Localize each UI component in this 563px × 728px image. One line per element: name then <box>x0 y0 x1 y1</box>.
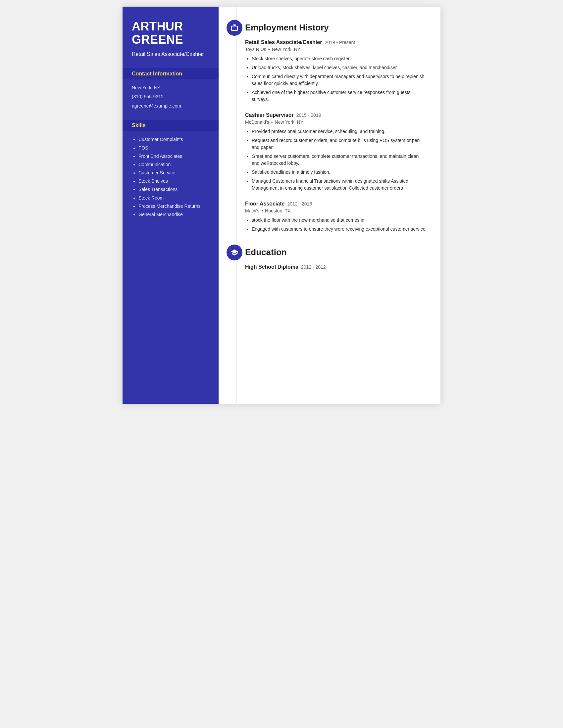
job-bullet: Communicated directly with department ma… <box>252 73 427 87</box>
contact-location: New York, NY <box>132 85 209 91</box>
education-icon <box>226 245 242 260</box>
job-dates: 2015 - 2019 <box>297 113 321 118</box>
skill-item: General Merchandise <box>138 211 209 217</box>
skill-item: Front End Associates <box>138 153 209 159</box>
edu-degree: High School Diploma <box>245 264 299 270</box>
job-title: Floor Associate <box>245 201 285 206</box>
candidate-title: Retail Sales Associate/Cashier <box>132 51 209 58</box>
main-content: Employment History Retail Sales Associat… <box>218 7 441 404</box>
edu-dates: 2012 - 2012 <box>301 264 326 270</box>
job-entry: Retail Sales Associate/Cashier2019 - Pre… <box>245 39 427 103</box>
skill-item: Stock Room <box>138 195 209 201</box>
job-title: Cashier Supervisor <box>245 112 294 118</box>
job-header: Cashier Supervisor2015 - 2019 <box>245 112 427 118</box>
job-title: Retail Sales Associate/Cashier <box>245 39 322 45</box>
job-bullet: Stock store shelves, operate store cash … <box>252 55 427 62</box>
job-bullets: Provided professional customer service, … <box>245 128 427 192</box>
contact-section-header: Contact Information <box>122 68 218 79</box>
job-header: Floor Associate2012 - 2015 <box>245 201 427 207</box>
job-bullet: Achieved one of the highest positive cus… <box>252 89 427 103</box>
job-bullet: Greet and server customers, complete cus… <box>252 153 427 167</box>
skills-section-header: Skills <box>122 120 218 131</box>
job-bullet: Engaged with customers to ensure they we… <box>252 226 427 233</box>
sidebar: ARTHUR GREENE Retail Sales Associate/Cas… <box>122 7 218 404</box>
job-bullet: Unload trucks, stock shelves, label shel… <box>252 64 427 71</box>
skills-list: Customer ComplaintsPOSFront End Associat… <box>132 136 209 217</box>
education-section-title: Education <box>245 245 427 257</box>
job-company: Macy's•Houston, TX <box>245 208 427 213</box>
skill-item: POS <box>138 145 209 151</box>
job-bullets: stock the floor with the new merchandise… <box>245 217 427 233</box>
job-header: Retail Sales Associate/Cashier2019 - Pre… <box>245 39 427 45</box>
education-section: Education High School Diploma2012 - 2012 <box>218 245 427 270</box>
jobs-container: Retail Sales Associate/Cashier2019 - Pre… <box>245 39 427 233</box>
contact-phone: (310) 555-9312 <box>132 94 209 100</box>
employment-section-title: Employment History <box>245 20 427 33</box>
job-company: McDonald's•New York, NY <box>245 119 427 125</box>
job-bullet: Satisfied deadlines in a timely fashion. <box>252 169 427 176</box>
job-bullet: Managed Customers financial Transactions… <box>252 178 427 192</box>
candidate-name: ARTHUR GREENE <box>132 20 209 46</box>
skill-item: Process Merchandise Returns <box>138 203 209 209</box>
job-bullet: Provided professional customer service, … <box>252 128 427 135</box>
skills-section: Customer ComplaintsPOSFront End Associat… <box>132 136 209 217</box>
skill-item: Communication <box>138 161 209 167</box>
contact-email: agreene@example.com <box>132 103 209 110</box>
edu-container: High School Diploma2012 - 2012 <box>245 264 427 270</box>
briefcase-icon <box>230 24 238 32</box>
edu-entry: High School Diploma2012 - 2012 <box>245 264 427 270</box>
skill-item: Sales Transactions <box>138 186 209 192</box>
job-bullet: stock the floor with the new merchandise… <box>252 217 427 224</box>
job-company: Toys R Us•New York, NY <box>245 47 427 52</box>
skill-item: Customer Complaints <box>138 136 209 142</box>
job-bullet: Request and record customer orders, and … <box>252 137 427 151</box>
resume-document: ARTHUR GREENE Retail Sales Associate/Cas… <box>122 7 441 404</box>
employment-section: Employment History Retail Sales Associat… <box>218 20 427 233</box>
job-bullets: Stock store shelves, operate store cash … <box>245 55 427 103</box>
job-dates: 2012 - 2015 <box>287 201 312 206</box>
employment-icon <box>226 20 242 36</box>
graduation-icon <box>230 249 238 256</box>
contact-info: New York, NY (310) 555-9312 agreene@exam… <box>132 85 209 110</box>
job-entry: Cashier Supervisor2015 - 2019McDonald's•… <box>245 112 427 192</box>
skill-item: Customer Service <box>138 170 209 176</box>
job-entry: Floor Associate2012 - 2015Macy's•Houston… <box>245 201 427 233</box>
job-dates: 2019 - Present <box>325 40 355 45</box>
skill-item: Stock Shelves <box>138 178 209 184</box>
